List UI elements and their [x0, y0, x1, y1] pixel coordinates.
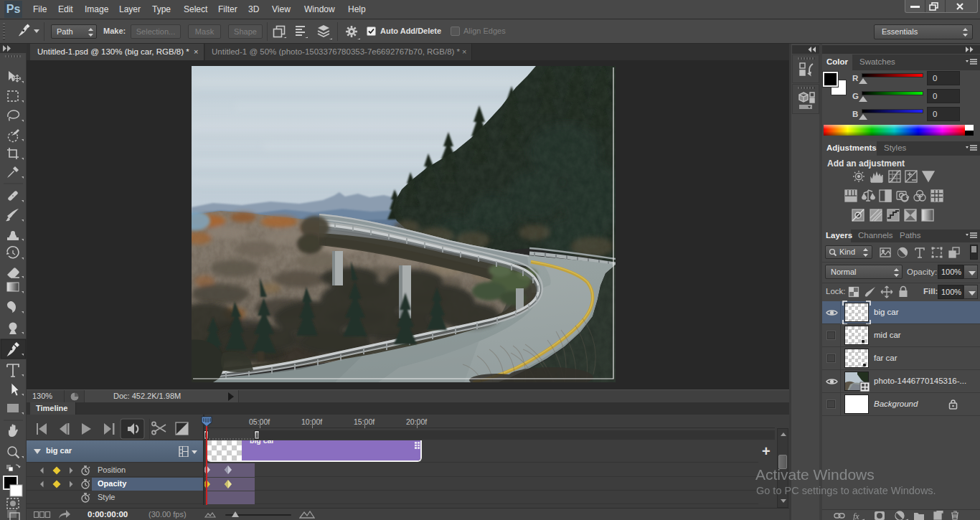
svg-text:fx: fx	[853, 511, 859, 520]
